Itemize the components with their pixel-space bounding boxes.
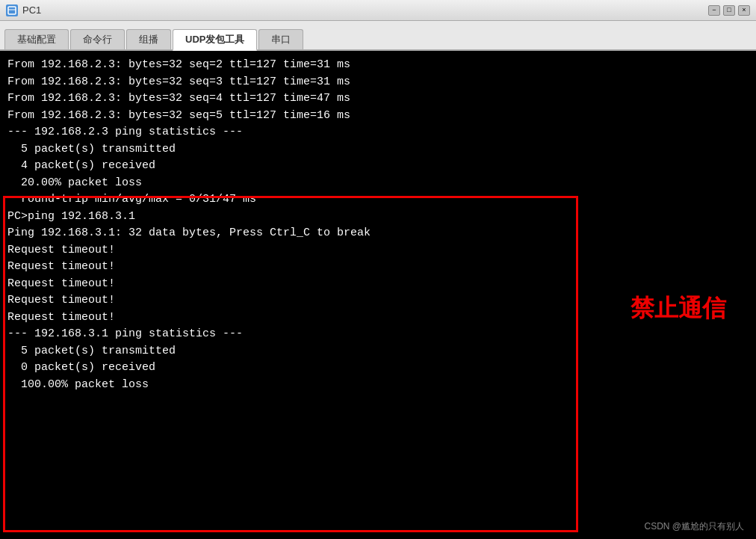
close-button[interactable]: × [738, 5, 750, 16]
tab-command-line[interactable]: 命令行 [70, 29, 125, 49]
terminal-line: 5 packet(s) transmitted [7, 141, 749, 158]
tab-basic-config[interactable]: 基础配置 [4, 29, 69, 49]
svg-rect-0 [8, 7, 16, 14]
forbid-label: 禁止通信 [630, 290, 726, 326]
terminal-line: Ping 192.168.3.1: 32 data bytes, Press C… [7, 225, 749, 242]
title-bar: PC1 − □ × [0, 0, 756, 21]
minimize-button[interactable]: − [708, 5, 720, 16]
terminal-line: 20.00% packet loss [7, 175, 749, 192]
terminal-line: 4 packet(s) received [7, 158, 749, 175]
terminal-line: From 192.168.2.3: bytes=32 seq=4 ttl=127… [7, 90, 749, 108]
terminal-line: 0 packet(s) received [7, 360, 749, 377]
maximize-button[interactable]: □ [723, 5, 735, 16]
terminal-line: From 192.168.2.3: bytes=32 seq=5 ttl=127… [7, 108, 749, 125]
terminal-line: round-trip min/avg/max = 0/31/47 ms [7, 191, 749, 209]
terminal-line: Request timeout! [7, 259, 749, 276]
watermark: CSDN @尴尬的只有别人 [644, 520, 744, 533]
terminal-line: 5 packet(s) transmitted [7, 343, 749, 360]
terminal-line: From 192.168.2.3: bytes=32 seq=2 ttl=127… [7, 57, 749, 74]
tab-udp-tool[interactable]: UDP发包工具 [173, 29, 257, 51]
terminal-line: --- 192.168.2.3 ping statistics --- [7, 124, 749, 141]
tab-bar: 基础配置 命令行 组播 UDP发包工具 串口 [0, 21, 756, 51]
window-title: PC1 [22, 4, 41, 16]
terminal-line: Request timeout! [7, 242, 749, 259]
terminal-area[interactable]: From 192.168.2.3: bytes=32 seq=2 ttl=127… [0, 51, 756, 539]
tab-serial[interactable]: 串口 [258, 29, 303, 49]
app-icon [6, 4, 18, 16]
window-controls: − □ × [708, 5, 750, 16]
terminal-line: 100.00% packet loss [7, 377, 749, 394]
terminal-line: From 192.168.2.3: bytes=32 seq=3 ttl=127… [7, 74, 749, 91]
terminal-line: PC>ping 192.168.3.1 [7, 209, 749, 226]
tab-multicast[interactable]: 组播 [126, 29, 171, 49]
terminal-line: --- 192.168.3.1 ping statistics --- [7, 326, 749, 343]
